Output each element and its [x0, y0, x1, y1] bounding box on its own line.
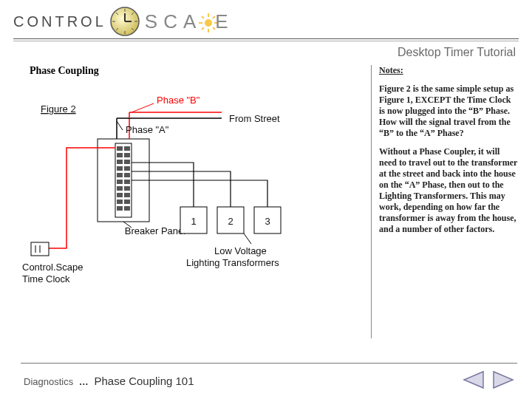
svg-rect-26 — [117, 160, 123, 164]
logo-text-right-part1: SCA — [145, 10, 202, 33]
nav-arrows — [461, 370, 516, 392]
svg-rect-41 — [124, 206, 130, 211]
header-rule-1 — [13, 38, 519, 39]
transformer-2: 2 — [217, 207, 244, 233]
page-title: Phase Coupling — [30, 65, 99, 77]
svg-rect-33 — [124, 180, 130, 184]
prev-button[interactable] — [461, 370, 485, 392]
breadcrumb-sep: … — [79, 376, 89, 387]
breadcrumb-current: Phase Coupling 101 — [94, 375, 194, 387]
svg-rect-23 — [124, 146, 130, 151]
svg-marker-57 — [464, 372, 483, 388]
time-clock-label-2: Time Clock — [22, 273, 70, 284]
phase-b-label: Phase "B" — [157, 95, 200, 106]
svg-rect-39 — [124, 200, 130, 204]
notes-paragraph-1: Figure 2 is the same simple setup as Fig… — [379, 83, 519, 139]
svg-rect-22 — [117, 146, 123, 151]
notes-column: Notes: Figure 2 is the same simple setup… — [371, 65, 519, 338]
breadcrumb-root: Diagnostics — [24, 376, 73, 387]
transformers-label-2: Lighting Transformers — [186, 257, 279, 268]
transformer-2-num: 2 — [228, 216, 233, 227]
arrow-right-icon — [492, 370, 516, 389]
svg-line-16 — [202, 16, 204, 18]
svg-rect-28 — [117, 166, 123, 171]
svg-line-18 — [202, 27, 204, 30]
svg-rect-32 — [117, 180, 123, 184]
breadcrumb: Diagnostics … Phase Coupling 101 — [24, 375, 194, 387]
transformer-1: 1 — [180, 207, 207, 233]
logo-text-right: SCAE — [145, 10, 234, 33]
next-button[interactable] — [492, 370, 516, 392]
svg-rect-25 — [124, 153, 130, 157]
svg-rect-24 — [117, 153, 123, 157]
clock-icon — [109, 6, 140, 37]
svg-line-48 — [132, 103, 154, 112]
header: CONTROL SC — [13, 6, 519, 59]
from-street-label: From Street — [229, 113, 280, 124]
header-subtitle: Desktop Timer Tutorial — [13, 46, 519, 59]
logo-text-left: CONTROL — [13, 13, 106, 30]
svg-rect-36 — [117, 193, 123, 197]
header-rule-2 — [13, 41, 519, 41]
svg-point-11 — [205, 19, 212, 27]
svg-rect-31 — [124, 173, 130, 177]
svg-rect-38 — [117, 200, 123, 204]
svg-rect-37 — [124, 193, 130, 197]
phase-a-label: Phase "A" — [126, 124, 169, 135]
footer-rule — [21, 363, 517, 364]
figure-label: Figure 2 — [41, 103, 76, 115]
svg-rect-27 — [124, 160, 130, 164]
transformer-1-num: 1 — [191, 216, 196, 227]
arrow-left-icon — [461, 370, 485, 389]
svg-rect-40 — [117, 206, 123, 211]
transformer-3-num: 3 — [265, 216, 270, 227]
figure-diagram: Figure 2 Breaker Panel From Street Phase… — [22, 89, 347, 310]
logo-text-right-part2: E — [215, 10, 233, 33]
svg-rect-35 — [124, 186, 130, 191]
time-clock-label-1: Control.Scape — [22, 262, 83, 273]
transformers-label-1: Low Voltage — [214, 245, 267, 256]
breaker-panel-label: Breaker Panel — [125, 225, 185, 236]
logo: CONTROL SC — [13, 6, 519, 37]
svg-rect-34 — [117, 186, 123, 191]
svg-marker-58 — [494, 372, 513, 388]
svg-rect-29 — [124, 166, 130, 171]
svg-line-56 — [244, 233, 251, 244]
svg-rect-30 — [117, 173, 123, 177]
notes-heading: Notes: — [379, 65, 519, 76]
notes-paragraph-2: Without a Phase Coupler, it will need to… — [379, 146, 519, 235]
transformer-3: 3 — [254, 207, 281, 233]
svg-line-49 — [117, 121, 123, 130]
